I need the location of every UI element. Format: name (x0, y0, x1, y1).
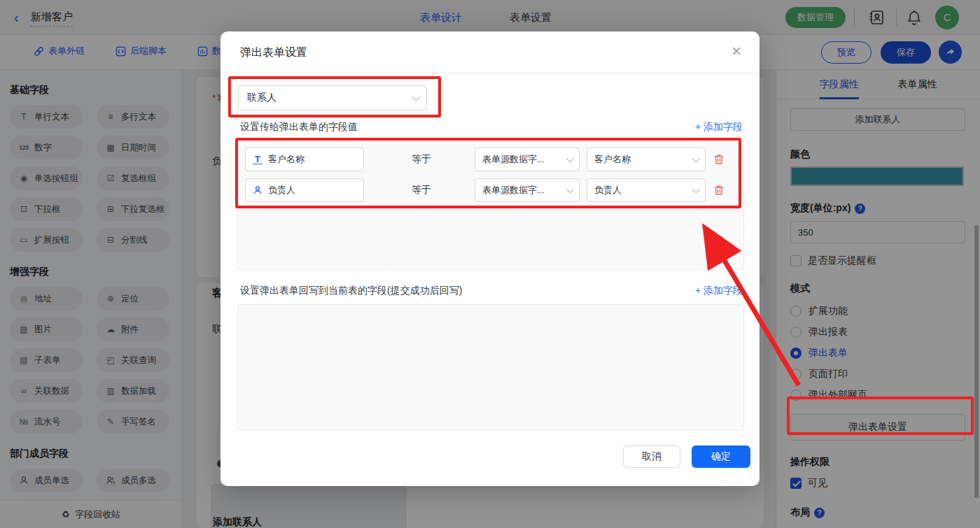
close-icon[interactable]: × (732, 41, 741, 61)
source-type-value: 表单源数据字... (482, 153, 545, 166)
source-type-select[interactable]: 表单源数据字... (475, 178, 580, 202)
pass-section-label: 设置传给弹出表单的字段值 (240, 121, 358, 134)
add-field-link[interactable]: + 添加字段 (695, 285, 743, 297)
chevron-down-icon (566, 185, 574, 193)
modal-title: 弹出表单设置 (240, 45, 307, 60)
writeback-fields-container (237, 304, 744, 430)
person-field-icon (253, 185, 262, 195)
field-name: 负责人 (268, 184, 295, 197)
operator-label: 等于 (412, 153, 431, 166)
confirm-button[interactable]: 确定 (692, 445, 750, 468)
field-name-box[interactable]: 负责人 (245, 178, 364, 202)
chevron-down-icon (692, 185, 700, 193)
field-name-box[interactable]: T 客户名称 (245, 148, 364, 171)
chevron-down-icon (412, 93, 420, 101)
target-form-select[interactable]: 联系人 (238, 85, 427, 110)
field-name: 客户名称 (268, 153, 304, 166)
chevron-down-icon (566, 155, 574, 162)
target-form-value: 联系人 (247, 92, 276, 104)
add-field-link[interactable]: + 添加字段 (695, 121, 743, 134)
text-field-icon: T (253, 155, 262, 164)
chevron-down-icon (692, 155, 700, 162)
source-type-value: 表单源数据字... (482, 184, 545, 197)
field-mapping-row: 负责人 等于 表单源数据字... 负责人 (238, 178, 743, 202)
source-field-value: 客户名称 (594, 153, 631, 166)
source-field-select[interactable]: 客户名称 (587, 148, 706, 171)
popup-form-settings-modal: 弹出表单设置 × 联系人 设置传给弹出表单的字段值 + 添加字段 T 客户名称 … (220, 31, 760, 486)
pass-fields-container: T 客户名称 等于 表单源数据字... 客户名称 负责人 等于 表单源数据字..… (237, 138, 744, 270)
writeback-section-label: 设置弹出表单回写到当前表的字段(提交成功后回写) (240, 285, 462, 297)
form-designer-app: ‹ 新增客户 表单设计 表单设置 数据管理 C 表单外链 后端脚本 (0, 0, 980, 528)
source-field-select[interactable]: 负责人 (587, 178, 706, 202)
cancel-button[interactable]: 取消 (623, 445, 680, 468)
source-type-select[interactable]: 表单源数据字... (475, 148, 580, 171)
modal-header-divider (220, 73, 760, 73)
delete-row-icon[interactable] (713, 184, 725, 197)
source-field-value: 负责人 (594, 184, 622, 197)
delete-row-icon[interactable] (713, 153, 725, 166)
operator-label: 等于 (412, 184, 431, 197)
field-mapping-row: T 客户名称 等于 表单源数据字... 客户名称 (238, 148, 743, 171)
